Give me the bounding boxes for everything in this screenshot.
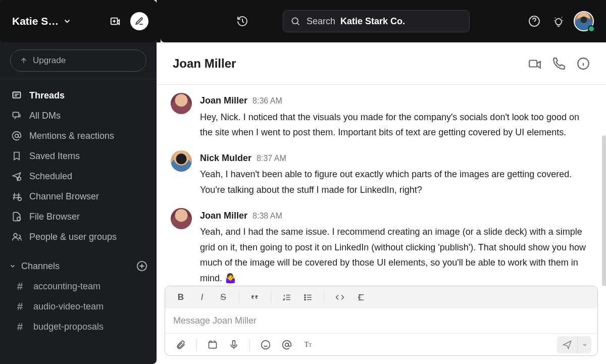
message-text: Yeah, I haven't been able to figure out …	[200, 167, 592, 197]
avatar[interactable]	[171, 93, 192, 114]
nav-all-dms[interactable]: All DMs	[2, 106, 155, 126]
nav-label: Mentions & reactions	[29, 131, 114, 141]
code-button[interactable]	[330, 289, 349, 306]
hash-icon: #	[17, 301, 26, 313]
strike-button[interactable]: S	[214, 289, 233, 306]
upgrade-button[interactable]: Upgrade	[10, 49, 146, 72]
nav-label: All DMs	[29, 111, 61, 121]
phone-call-button[interactable]	[552, 57, 566, 70]
message-author[interactable]: Joan Miller	[200, 208, 247, 224]
channel-budget-proposals[interactable]: # budget-proposals	[0, 317, 157, 337]
formatting-toggle-button[interactable]: TT	[298, 336, 318, 353]
message: Joan Miller 8:36 AM Hey, Nick. I noticed…	[165, 88, 598, 145]
svg-rect-16	[209, 342, 217, 348]
nav-label: Channel Browser	[29, 191, 99, 202]
topbar: Search Katie Stark Co.	[161, 0, 606, 42]
search-input[interactable]: Search Katie Stark Co.	[283, 10, 470, 32]
separator	[249, 339, 250, 351]
send-options-button[interactable]	[577, 336, 591, 353]
sidebar: Katie S… Upgrade Threads	[0, 0, 157, 364]
workspace-switcher[interactable]: Katie S…	[0, 0, 157, 42]
italic-button[interactable]: I	[192, 289, 212, 306]
svg-point-3	[15, 134, 19, 138]
video-call-button[interactable]	[528, 57, 541, 70]
nav-channel-browser[interactable]: Channel Browser	[2, 186, 155, 206]
hash-icon: #	[17, 321, 26, 333]
channel-label: budget-proposals	[33, 322, 104, 332]
composer-actions: TT	[165, 333, 597, 355]
svg-rect-1	[13, 92, 21, 98]
scrollbar[interactable]	[602, 135, 606, 286]
avatar[interactable]	[171, 150, 192, 172]
channels-header[interactable]: Channels	[0, 256, 157, 276]
conversation-title[interactable]: Joan Miller	[173, 57, 236, 71]
avatar[interactable]	[171, 208, 192, 229]
svg-point-9	[292, 18, 298, 24]
message-time: 8:36 AM	[252, 94, 282, 108]
message: Nick Mulder 8:37 AM Yeah, I haven't been…	[165, 145, 598, 203]
main: Search Katie Stark Co. Joan Miller	[157, 0, 606, 364]
channel-accounting-team[interactable]: # accounting-team	[0, 276, 157, 296]
ordered-list-button[interactable]	[277, 289, 296, 306]
file-browser-icon	[11, 212, 22, 222]
search-icon	[290, 16, 300, 26]
nav-file-browser[interactable]: File Browser	[2, 206, 155, 227]
whats-new-button[interactable]	[549, 12, 568, 30]
help-button[interactable]	[525, 12, 543, 30]
hash-icon: #	[17, 281, 26, 292]
bullet-list-button[interactable]	[298, 289, 318, 306]
emoji-button[interactable]	[256, 336, 275, 353]
nav-label: File Browser	[29, 212, 80, 222]
svg-rect-11	[529, 60, 537, 67]
huddle-button[interactable]	[106, 12, 124, 30]
message-author[interactable]: Nick Mulder	[200, 150, 251, 166]
search-placeholder: Search Katie Stark Co.	[307, 16, 405, 27]
upload-icon	[20, 57, 28, 65]
bold-button[interactable]: B	[171, 289, 190, 306]
nav-people[interactable]: People & user groups	[2, 227, 155, 247]
nav-threads[interactable]: Threads	[2, 85, 155, 106]
presence-indicator	[588, 25, 595, 32]
history-button[interactable]	[233, 12, 251, 30]
thread-icon	[11, 90, 22, 100]
chevron-down-icon	[63, 17, 72, 26]
format-toolbar: B I S	[165, 286, 597, 308]
svg-point-15	[305, 299, 306, 300]
user-menu[interactable]	[574, 11, 594, 31]
code-block-button[interactable]	[351, 289, 371, 306]
people-icon	[11, 232, 22, 242]
nav-mentions[interactable]: Mentions & reactions	[2, 126, 155, 146]
message-time: 8:38 AM	[252, 209, 282, 223]
svg-point-18	[262, 340, 270, 349]
chevron-down-icon	[9, 263, 16, 270]
compose-button[interactable]	[130, 12, 148, 30]
send-button[interactable]	[557, 336, 577, 353]
channel-audio-video-team[interactable]: # audio-video-team	[0, 296, 157, 317]
mention-button[interactable]	[277, 336, 296, 353]
svg-point-19	[285, 343, 289, 346]
nav-label: Threads	[29, 90, 65, 101]
scheduled-icon	[11, 171, 22, 181]
dm-icon	[11, 111, 22, 121]
message-list[interactable]: Joan Miller 8:36 AM Hey, Nick. I noticed…	[157, 85, 606, 286]
message-author[interactable]: Joan Miller	[200, 93, 247, 109]
separator	[196, 339, 197, 351]
attach-button[interactable]	[171, 336, 190, 353]
video-clip-button[interactable]	[203, 336, 222, 353]
nav-label: People & user groups	[29, 232, 117, 242]
separator	[271, 291, 271, 303]
audio-clip-button[interactable]	[224, 336, 243, 353]
svg-point-13	[305, 294, 306, 295]
add-channel-button[interactable]	[136, 261, 147, 272]
info-button[interactable]	[577, 57, 590, 70]
nav-label: Saved Items	[29, 151, 80, 162]
blockquote-button[interactable]	[245, 289, 265, 306]
nav-saved[interactable]: Saved Items	[2, 146, 155, 166]
message-input[interactable]: Message Joan Miller	[165, 308, 597, 333]
composer: B I S	[157, 286, 606, 364]
nav-scheduled[interactable]: Scheduled	[2, 166, 155, 186]
svg-point-7	[14, 233, 17, 237]
message-time: 8:37 AM	[257, 151, 286, 165]
separator	[239, 291, 239, 303]
workspace-name: Katie S…	[12, 15, 59, 27]
